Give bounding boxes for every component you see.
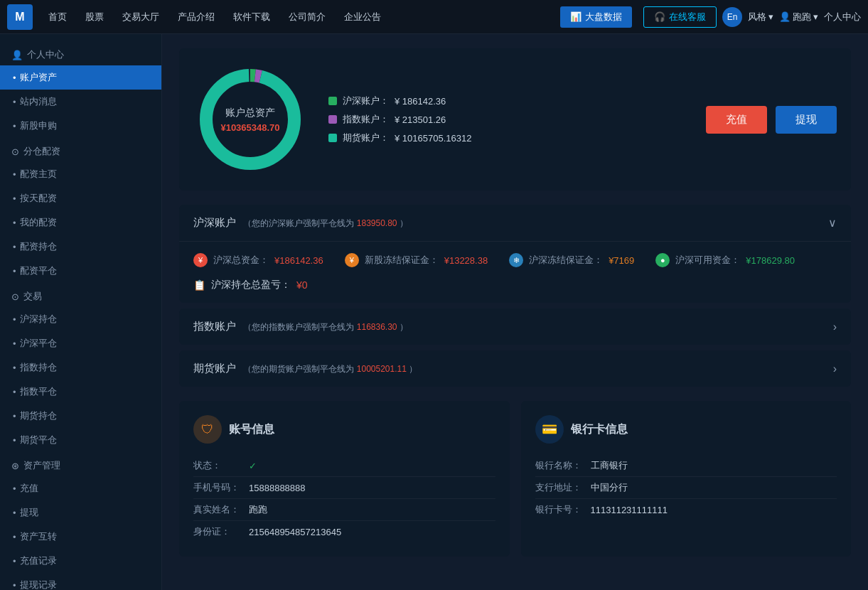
top-navigation: M 首页 股票 交易大厅 产品介绍 软件下载 公司简介 企业公告 📊 大盘数据 … [0, 0, 868, 34]
index-account-section: 指数账户 （您的指数账户强制平仓线为 116836.30 ） › [179, 309, 851, 345]
sidebar-item-account-assets[interactable]: 账户资产 [0, 65, 161, 90]
futures-section-header[interactable]: 期货账户 （您的期货账户强制平仓线为 10005201.11 ） › [179, 350, 851, 387]
sidebar-item-index-close[interactable]: 指数平仓 [0, 380, 161, 404]
futures-section-title-row: 期货账户 （您的期货账户强制平仓线为 10005201.11 ） [193, 362, 417, 375]
main-content: 账户总资产 ¥10365348.70 沪深账户： ¥ 186142.36 指数账… [162, 34, 868, 590]
account-info-card: 🛡 账号信息 状态： ✓ 手机号码： 15888888888 真实姓名： 跑跑 … [179, 401, 510, 557]
index-subtitle: （您的指数账户强制平仓线为 116836.30 ） [243, 322, 407, 332]
chevron-right-icon-futures: › [833, 363, 837, 375]
sidebar-item-hushen-close[interactable]: 沪深平仓 [0, 331, 161, 355]
online-service-button[interactable]: 🎧 在线客服 [643, 6, 717, 28]
style-button[interactable]: 风格 ▾ [748, 11, 773, 23]
sidebar-item-recharge[interactable]: 充值 [0, 476, 161, 500]
donut-label: 账户总资产 ¥10365348.70 [220, 107, 279, 133]
hushen-deposit-icon: ❄ [509, 253, 523, 267]
sidebar-item-daily-margin[interactable]: 按天配资 [0, 186, 161, 210]
hushen-pnl-label: 沪深持仓总盈亏： [211, 279, 291, 291]
hushen-total-funds: ¥ 沪深总资金： ¥186142.36 [193, 253, 323, 267]
hushen-section-body: ¥ 沪深总资金： ¥186142.36 ¥ 新股冻结保证金： ¥13228.38… [179, 242, 851, 303]
hushen-stats-row: ¥ 沪深总资金： ¥186142.36 ¥ 新股冻结保证金： ¥13228.38… [193, 253, 837, 267]
language-switcher[interactable]: En [722, 7, 742, 27]
bank-name-row: 银行名称： 工商银行 [535, 455, 837, 477]
account-legend: 沪深账户： ¥ 186142.36 指数账户： ¥ 213501.26 期货账户… [328, 95, 471, 144]
user-menu[interactable]: 👤 跑跑 ▾ [779, 11, 818, 23]
profile-center-link[interactable]: 个人中心 [824, 11, 861, 23]
sidebar-section-margin: ⊙ 分仓配资 [0, 138, 161, 162]
sidebar-item-transfer[interactable]: 资产互转 [0, 525, 161, 549]
nav-software[interactable]: 软件下载 [225, 6, 279, 28]
margin-icon: ⊙ [11, 146, 19, 157]
chevron-down-icon: ▾ [768, 11, 773, 22]
name-row: 真实姓名： 跑跑 [193, 499, 495, 521]
sidebar-item-margin-close[interactable]: 配资平仓 [0, 259, 161, 283]
hushen-pnl-row: 📋 沪深持仓总盈亏： ¥0 [193, 279, 837, 291]
nav-news[interactable]: 企业公告 [336, 6, 390, 28]
legend-label-futures: 期货账户： [343, 132, 389, 144]
hushen-section-title-row: 沪深账户 （您的沪深账户强制平仓线为 183950.80 ） [193, 216, 408, 230]
id-row: 身份证： 215648954857213645 [193, 521, 495, 542]
bank-info-icon: 💳 [535, 415, 564, 444]
sidebar-item-futures-close[interactable]: 期货平仓 [0, 428, 161, 452]
sidebar: 👤 个人中心 账户资产 站内消息 新股申购 ⊙ 分仓配资 配资主页 按天配资 我… [0, 34, 162, 590]
legend-label-index: 指数账户： [343, 113, 389, 126]
index-section-header[interactable]: 指数账户 （您的指数账户强制平仓线为 116836.30 ） › [179, 309, 851, 345]
hushen-frozen-deposit: ❄ 沪深冻结保证金： ¥7169 [509, 253, 634, 267]
nav-about[interactable]: 公司简介 [280, 6, 334, 28]
status-row: 状态： ✓ [193, 455, 495, 477]
sidebar-item-margin-positions[interactable]: 配资持仓 [0, 235, 161, 259]
nav-home[interactable]: 首页 [40, 6, 75, 28]
sidebar-section-assets: ⊛ 资产管理 [0, 452, 161, 476]
account-info-icon: 🛡 [193, 415, 222, 444]
hushen-pnl-value: ¥0 [296, 279, 308, 291]
futures-subtitle: （您的期货账户强制平仓线为 10005201.11 ） [243, 364, 417, 374]
nav-links: 首页 股票 交易大厅 产品介绍 软件下载 公司简介 企业公告 [40, 6, 560, 28]
main-layout: 👤 个人中心 账户资产 站内消息 新股申购 ⊙ 分仓配资 配资主页 按天配资 我… [0, 34, 868, 590]
nav-trading[interactable]: 交易大厅 [114, 6, 168, 28]
account-summary-card: 账户总资产 ¥10365348.70 沪深账户： ¥ 186142.36 指数账… [179, 48, 851, 191]
sidebar-item-hushen-positions[interactable]: 沪深持仓 [0, 307, 161, 331]
sidebar-item-my-margin[interactable]: 我的配资 [0, 210, 161, 235]
futures-account-section: 期货账户 （您的期货账户强制平仓线为 10005201.11 ） › [179, 350, 851, 387]
nav-products[interactable]: 产品介绍 [169, 6, 223, 28]
hushen-section-header[interactable]: 沪深账户 （您的沪深账户强制平仓线为 183950.80 ） ∨ [179, 205, 851, 242]
market-data-button[interactable]: 📊 大盘数据 [560, 6, 632, 28]
sidebar-item-new-shares[interactable]: 新股申购 [0, 114, 161, 138]
hushen-frozen-margin: ¥ 新股冻结保证金： ¥13228.38 [345, 253, 488, 267]
user-icon: 👤 [779, 11, 791, 22]
sidebar-item-withdraw-records[interactable]: 提现记录 [0, 573, 161, 590]
legend-dot-futures [328, 134, 337, 142]
hushen-account-section: 沪深账户 （您的沪深账户强制平仓线为 183950.80 ） ∨ ¥ 沪深总资金… [179, 205, 851, 303]
nav-stocks[interactable]: 股票 [77, 6, 112, 28]
account-info-header: 🛡 账号信息 [193, 415, 495, 444]
phone-row: 手机号码： 15888888888 [193, 477, 495, 499]
account-actions: 充值 提现 [706, 106, 837, 134]
hushen-frozen-icon: ¥ [345, 253, 359, 267]
sidebar-item-margin-home[interactable]: 配资主页 [0, 162, 161, 186]
chevron-down-icon: ▾ [813, 11, 818, 22]
legend-index: 指数账户： ¥ 213501.26 [328, 113, 471, 126]
assets-icon: ⊛ [11, 461, 19, 471]
trading-icon: ⊙ [11, 291, 19, 302]
hushen-subtitle: （您的沪深账户强制平仓线为 183950.80 ） [243, 218, 407, 228]
hushen-funds-icon: ¥ [193, 253, 208, 267]
legend-value-futures: ¥ 10165705.16312 [395, 133, 471, 144]
sidebar-item-messages[interactable]: 站内消息 [0, 90, 161, 114]
sidebar-item-recharge-records[interactable]: 充值记录 [0, 549, 161, 573]
recharge-button[interactable]: 充值 [706, 106, 767, 134]
legend-label-hushen: 沪深账户： [343, 95, 389, 107]
chart-icon: 📊 [570, 11, 582, 22]
legend-value-index: ¥ 213501.26 [395, 114, 446, 125]
sidebar-item-futures-positions[interactable]: 期货持仓 [0, 404, 161, 428]
hushen-available-funds: ● 沪深可用资金： ¥178629.80 [655, 253, 795, 267]
legend-value-hushen: ¥ 186142.36 [395, 96, 446, 107]
info-section: 🛡 账号信息 状态： ✓ 手机号码： 15888888888 真实姓名： 跑跑 … [179, 401, 851, 557]
chevron-right-icon: › [833, 321, 837, 333]
sidebar-item-withdraw[interactable]: 提现 [0, 500, 161, 525]
bank-info-header: 💳 银行卡信息 [535, 415, 837, 444]
withdraw-button[interactable]: 提现 [776, 106, 837, 134]
legend-futures: 期货账户： ¥ 10165705.16312 [328, 132, 471, 144]
sidebar-section-trading: ⊙ 交易 [0, 283, 161, 307]
hushen-available-icon: ● [655, 253, 670, 267]
index-section-title-row: 指数账户 （您的指数账户强制平仓线为 116836.30 ） [193, 320, 408, 333]
sidebar-item-index-positions[interactable]: 指数持仓 [0, 355, 161, 380]
